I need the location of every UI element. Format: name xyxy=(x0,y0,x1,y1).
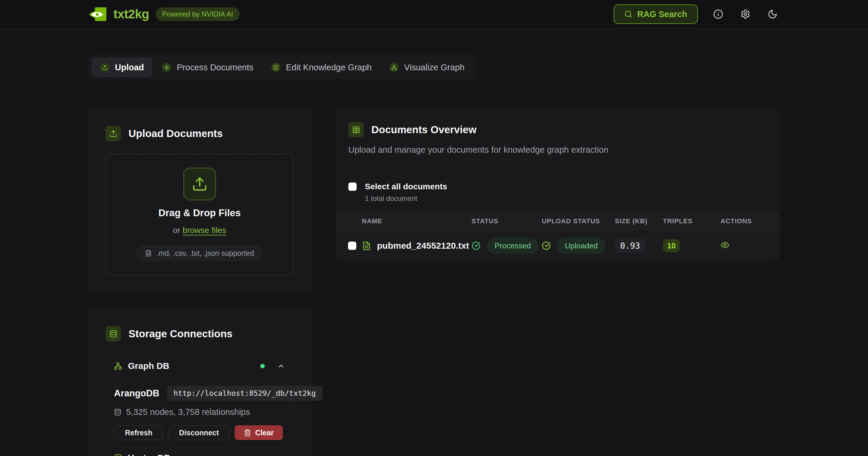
chevron-down-icon xyxy=(277,454,285,456)
info-icon[interactable] xyxy=(711,7,725,21)
tab-label: Visualize Graph xyxy=(404,63,464,72)
total-documents-label: 1 total document xyxy=(365,194,447,203)
tab-label: Edit Knowledge Graph xyxy=(286,63,372,72)
dark-mode-moon-icon[interactable] xyxy=(766,7,779,21)
dropzone-or-line: or browse files xyxy=(173,226,226,235)
file-text-icon xyxy=(362,241,371,251)
file-icon xyxy=(145,250,152,257)
graph-db-header[interactable]: Graph DB xyxy=(106,354,293,378)
tab-label: Process Documents xyxy=(177,63,253,72)
connection-url: http://localhost:8529/_db/txt2kg xyxy=(167,386,322,401)
documents-table: NAME STATUS UPLOAD STATUS SIZE (KB) TRIP… xyxy=(337,213,779,260)
settings-gear-icon[interactable] xyxy=(739,7,752,21)
dropzone-title: Drag & Drop Files xyxy=(158,207,241,219)
app: txt2kg Powered by NVIDIA AI RAG Search xyxy=(0,0,868,456)
tab-edit-knowledge-graph[interactable]: Edit Knowledge Graph xyxy=(264,58,379,77)
panel-subtitle: Upload and manage your documents for kno… xyxy=(348,145,767,155)
table-grid-icon xyxy=(348,122,364,137)
documents-overview-panel: Documents Overview Upload and manage you… xyxy=(336,108,779,260)
trash-icon xyxy=(244,429,251,436)
actions-cell xyxy=(720,241,779,251)
table-row: pubmed_24552120.txt Processed Uploaded 0… xyxy=(337,230,779,260)
view-eye-icon[interactable] xyxy=(720,241,730,250)
graph-stats-row: 5,325 nodes, 3,758 relationships xyxy=(114,407,285,417)
clear-button[interactable]: Clear xyxy=(235,425,283,440)
upload-icon xyxy=(105,126,121,141)
main-tabbar: Upload Process Documents Edit Knowledge … xyxy=(89,55,476,80)
vector-db-label: Vector DB xyxy=(128,453,254,456)
powered-by-badge: Powered by NVIDIA AI xyxy=(156,7,240,21)
upload-icon xyxy=(183,168,216,200)
db-connections-box: Graph DB ArangoDB http://localhost:8529/… xyxy=(105,354,294,456)
edit-pen-icon xyxy=(271,63,281,72)
size-value: 0.93 xyxy=(615,239,645,253)
select-all-row: Select all documents 1 total document xyxy=(337,183,779,203)
network-graph-icon xyxy=(390,63,399,72)
header-brand: txt2kg Powered by NVIDIA AI xyxy=(89,6,240,22)
refresh-button[interactable]: Refresh xyxy=(114,425,163,440)
check-circle-icon xyxy=(542,241,551,250)
col-status: STATUS xyxy=(471,217,542,225)
panel-title: Storage Connections xyxy=(128,328,232,339)
col-size: SIZE (KB) xyxy=(615,217,663,225)
app-header: txt2kg Powered by NVIDIA AI RAG Search xyxy=(0,0,868,29)
triples-cell: 10 xyxy=(663,239,720,252)
database-icon xyxy=(105,326,121,341)
tab-upload[interactable]: Upload xyxy=(92,58,152,77)
storage-connections-panel: Storage Connections Graph DB ArangoDB ht… xyxy=(89,309,311,456)
tab-process-documents[interactable]: Process Documents xyxy=(154,58,261,77)
vector-db-header[interactable]: Vector DB xyxy=(106,448,293,456)
select-all-label: Select all documents xyxy=(365,183,447,191)
clear-label: Clear xyxy=(255,428,274,437)
select-all-checkbox[interactable] xyxy=(348,183,356,191)
upload-panel-header: Upload Documents xyxy=(105,126,294,141)
provider-name: ArangoDB xyxy=(114,388,159,399)
app-title: txt2kg xyxy=(114,7,149,21)
search-icon xyxy=(624,10,632,18)
chevron-up-icon xyxy=(277,362,285,370)
browse-files-link[interactable]: browse files xyxy=(183,226,226,235)
triples-badge: 10 xyxy=(663,239,680,252)
graph-db-details: ArangoDB http://localhost:8529/_db/txt2k… xyxy=(106,378,293,447)
col-triples: TRIPLES xyxy=(663,217,720,225)
check-circle-icon xyxy=(471,241,480,250)
graph-db-actions: Refresh Disconnect Clear xyxy=(114,425,285,440)
database-icon xyxy=(114,454,122,456)
status-cell: Processed xyxy=(471,238,542,254)
tab-visualize-graph[interactable]: Visualize Graph xyxy=(382,58,472,77)
col-name: NAME xyxy=(362,217,471,225)
zap-icon xyxy=(162,63,172,72)
or-text: or xyxy=(173,226,180,235)
tab-label: Upload xyxy=(115,63,144,72)
table-header-row: NAME STATUS UPLOAD STATUS SIZE (KB) TRIP… xyxy=(337,213,779,230)
size-cell: 0.93 xyxy=(615,239,663,253)
connected-status-dot xyxy=(260,364,265,368)
upload-icon xyxy=(100,63,110,72)
documents-panel-header: Documents Overview Upload and manage you… xyxy=(337,109,779,155)
database-icon xyxy=(114,409,121,416)
supported-formats-pill: .md, .csv, .txt, .json supported xyxy=(136,245,263,261)
row-checkbox[interactable] xyxy=(348,241,356,250)
upload-status-cell: Uploaded xyxy=(542,238,615,254)
upload-status-badge: Uploaded xyxy=(557,238,606,254)
nvidia-logo-icon xyxy=(89,6,107,22)
header-actions: RAG Search xyxy=(614,4,779,24)
file-dropzone[interactable]: Drag & Drop Files or browse files .md, .… xyxy=(105,154,294,275)
document-name: pubmed_24552120.txt xyxy=(377,241,469,251)
graph-stats: 5,325 nodes, 3,758 relationships xyxy=(126,407,250,417)
rag-search-label: RAG Search xyxy=(637,9,687,19)
col-actions: ACTIONS xyxy=(720,217,779,225)
upload-documents-panel: Upload Documents Drag & Drop Files or br… xyxy=(89,108,311,292)
supported-formats-text: .md, .csv, .txt, .json supported xyxy=(157,249,254,258)
document-name-cell: pubmed_24552120.txt xyxy=(362,241,471,251)
status-badge: Processed xyxy=(487,238,538,254)
storage-panel-header: Storage Connections xyxy=(105,326,294,341)
panel-title: Upload Documents xyxy=(128,128,223,139)
panel-title: Documents Overview xyxy=(371,124,476,136)
disconnect-button[interactable]: Disconnect xyxy=(168,425,230,440)
col-upload-status: UPLOAD STATUS xyxy=(542,217,615,225)
rag-search-button[interactable]: RAG Search xyxy=(614,4,698,24)
network-graph-icon xyxy=(114,362,122,370)
graph-db-label: Graph DB xyxy=(128,361,254,371)
